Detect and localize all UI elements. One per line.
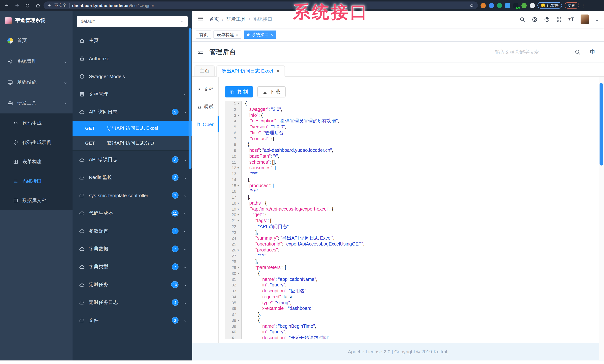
search-icon[interactable] (519, 16, 525, 22)
code-line: 17 ], (225, 195, 597, 201)
language-toggle-icon[interactable]: 中 (590, 49, 595, 55)
fullscreen-icon[interactable] (556, 16, 562, 22)
api-group-参数配置[interactable]: 参数配置7 (73, 222, 192, 240)
menu-fold-icon[interactable] (198, 49, 204, 55)
endpoint-获得API 访问日志分页[interactable]: GET获得API 访问日志分页 (73, 136, 192, 151)
sidebar-item-系统管理[interactable]: 系统管理 (0, 51, 73, 72)
api-group-定时任务日志[interactable]: 定时任务日志4 (73, 293, 192, 311)
security-label: 不安全 (54, 3, 67, 8)
endpoint-导出API 访问日志 Excel[interactable]: GET导出API 访问日志 Excel (73, 121, 192, 136)
back-icon[interactable] (4, 2, 10, 8)
fold-icon[interactable]: ▾ (236, 201, 240, 206)
user-avatar[interactable] (580, 14, 589, 24)
ext-dark-on-icon[interactable]: On (513, 3, 518, 8)
search-icon[interactable] (574, 49, 580, 55)
code-line: 1▾{ (225, 101, 597, 107)
bookmark-star-icon[interactable] (469, 3, 474, 8)
app-logo[interactable]: 芋道管理系统 (0, 11, 73, 30)
api-group-定时任务[interactable]: 定时任务10 (73, 276, 192, 293)
api-group-字典类型[interactable]: 字典类型7 (73, 258, 192, 276)
fold-icon[interactable]: ▾ (236, 212, 240, 218)
api-group-代码生成器[interactable]: 代码生成器11 (73, 204, 192, 222)
side-tab-Open[interactable]: Open (192, 116, 218, 132)
close-icon[interactable]: × (271, 32, 273, 37)
side-tab-调试[interactable]: 调试 (192, 99, 218, 115)
fold-icon[interactable]: ▾ (236, 271, 240, 277)
api-group-Redis 监控[interactable]: Redis 监控2 (73, 168, 192, 186)
search-icon (519, 17, 525, 22)
home-icon[interactable] (35, 2, 41, 8)
ext-green-leaf-icon[interactable] (521, 3, 527, 8)
address-bar[interactable]: 不安全 dashboard.yudao.iocoder.cn/tool/swag… (44, 1, 478, 9)
fold-icon[interactable]: ▾ (236, 247, 240, 253)
cloud-icon (79, 317, 85, 323)
paused-badge[interactable]: 😲已暂停 (537, 2, 562, 9)
update-button[interactable]: 更新 (565, 2, 579, 9)
github-icon[interactable] (531, 16, 537, 22)
fontsize-icon[interactable]: TT (568, 16, 574, 22)
swagger-item-API 访问日志[interactable]: API 访问日志2 (73, 103, 192, 121)
swagger-item-label: API 访问日志 (89, 109, 168, 115)
tag-首页[interactable]: 首页 (196, 30, 211, 39)
swagger-item-主页[interactable]: 主页 (73, 32, 192, 50)
gutter: 24 (225, 236, 242, 242)
ext-green-circle-icon[interactable] (497, 3, 502, 8)
cloud-icon (79, 157, 85, 162)
swagger-item-文档管理[interactable]: 文档管理 (73, 85, 192, 103)
fold-icon[interactable]: ▾ (236, 101, 240, 107)
swagger-item-Swagger Models[interactable]: Swagger Models (73, 67, 192, 85)
reload-icon[interactable] (25, 2, 30, 8)
sidebar-item-label: 数据库文档 (22, 197, 47, 204)
fold-icon[interactable]: ▾ (236, 113, 240, 118)
fold-icon[interactable]: ▾ (236, 183, 240, 189)
api-group-select[interactable]: default (77, 16, 188, 27)
sidebar-item-代码生成[interactable]: 代码生成 (0, 113, 73, 133)
close-icon[interactable]: × (236, 32, 238, 37)
ext-orange-icon[interactable] (480, 3, 486, 8)
api-group-API 错误日志[interactable]: API 错误日志3 (73, 151, 192, 168)
fold-icon[interactable]: ▾ (236, 265, 240, 271)
api-group-字典数据[interactable]: 字典数据7 (73, 240, 192, 258)
tag-系统接口[interactable]: 系统接口× (244, 30, 276, 39)
sidebar-item-首页[interactable]: 首页 (0, 30, 73, 51)
doc-tab-主页[interactable]: 主页 (195, 65, 214, 77)
ext-blue-grid-icon[interactable] (505, 3, 510, 8)
line-number: 1 (234, 101, 236, 107)
fold-icon[interactable]: ▾ (236, 218, 240, 224)
code-line: 7 "contact": {} (225, 136, 597, 142)
fold-icon[interactable]: ▾ (236, 165, 240, 171)
api-group-文件[interactable]: 文件2 (73, 311, 192, 329)
breadcrumb-item[interactable]: 研发工具 (226, 16, 246, 23)
code-line: 12▾ "consumes": [ (225, 165, 597, 171)
code-editor[interactable]: 1▾{2 "swagger": "2.0",3▾ "info": {4 "des… (225, 101, 597, 339)
question-icon[interactable] (544, 16, 550, 22)
sidebar-item-研发工具[interactable]: 研发工具 (0, 93, 73, 113)
doc-search-input[interactable] (494, 49, 571, 55)
count-badge: 4 (172, 299, 178, 306)
download-button[interactable]: 下 载 (257, 86, 286, 98)
copy-button[interactable]: 复 制 (225, 86, 253, 98)
sidebar-item-数据库文档[interactable]: 数据库文档 (0, 191, 73, 210)
close-icon[interactable]: ✕ (276, 69, 280, 74)
tag-表单构建[interactable]: 表单构建× (214, 30, 241, 39)
sidebar-item-表单构建[interactable]: 表单构建 (0, 152, 73, 172)
sidebar-item-代码生成示例[interactable]: 代码生成示例 (0, 133, 73, 152)
fold-icon[interactable]: ▾ (236, 318, 240, 324)
code-text: "/api/infra/api-access-log/export-excel"… (242, 206, 333, 212)
side-tab-文档[interactable]: 文档 (192, 81, 218, 98)
swagger-item-Authorize[interactable]: Authorize (73, 50, 192, 67)
sidebar-item-label: 研发工具 (17, 100, 37, 106)
sidebar-scrollbar-thumb[interactable] (189, 28, 191, 169)
ext-white-star-icon[interactable] (530, 3, 535, 8)
page-scrollbar-thumb[interactable] (600, 83, 603, 165)
doc-tab-导出API 访问日志 Excel[interactable]: 导出API 访问日志 Excel✕ (216, 65, 285, 77)
fold-icon[interactable]: ▾ (236, 206, 240, 212)
browser-menu-icon[interactable]: ⋮ (582, 3, 585, 8)
sidebar-item-基础设施[interactable]: 基础设施 (0, 72, 73, 93)
sidebar-toggle-icon[interactable] (192, 16, 209, 23)
ext-blue-drop-icon[interactable] (489, 3, 494, 8)
breadcrumb-item[interactable]: 首页 (209, 16, 219, 23)
forward-icon[interactable] (14, 2, 20, 8)
api-group-sys-sms-template-controller[interactable]: sys-sms-template-controller7 (73, 186, 192, 204)
sidebar-item-系统接口[interactable]: 系统接口 (0, 172, 73, 191)
